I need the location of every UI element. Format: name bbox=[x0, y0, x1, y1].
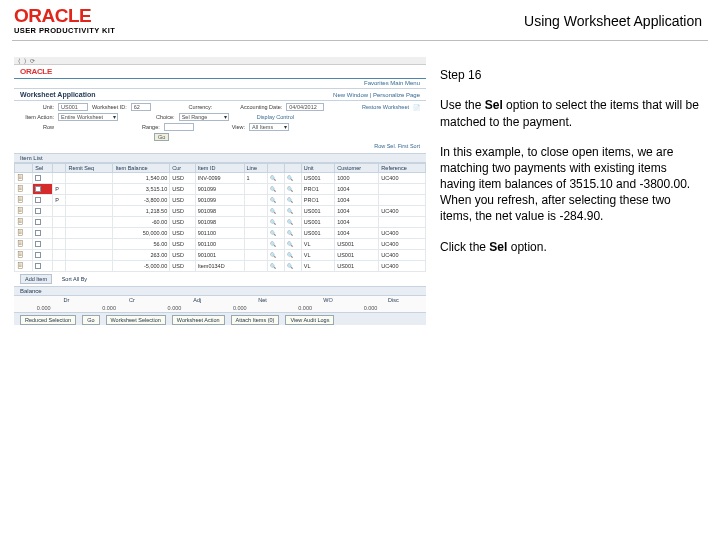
table-cell: USD bbox=[170, 184, 195, 195]
document-icon[interactable] bbox=[17, 251, 24, 258]
sel-checkbox[interactable] bbox=[35, 241, 41, 247]
lookup-icon[interactable]: 🔍 bbox=[270, 241, 276, 247]
lookup-icon[interactable]: 🔍 bbox=[270, 219, 276, 225]
footer-button[interactable]: Go bbox=[82, 315, 99, 325]
display-control-link[interactable]: Display Control bbox=[257, 114, 294, 120]
table-cell: 1004 bbox=[335, 184, 379, 195]
choice-dropdown[interactable]: Sel Range bbox=[179, 113, 229, 121]
table-row: P3,515.10USD901099🔍🔍PRO11004 bbox=[15, 184, 426, 195]
document-icon[interactable] bbox=[17, 218, 24, 225]
table-cell[interactable] bbox=[33, 206, 53, 217]
table-cell: 1004 bbox=[335, 217, 379, 228]
sel-checkbox[interactable] bbox=[35, 175, 41, 181]
footer-button[interactable]: View Audit Logs bbox=[285, 315, 334, 325]
table-cell bbox=[15, 184, 33, 195]
page-header: ORACLE USER PRODUCTIVITY KIT Using Works… bbox=[0, 0, 720, 37]
worksheet-id-label: Worksheet ID: bbox=[92, 104, 127, 110]
lookup-icon[interactable]: 🔍 bbox=[287, 186, 293, 192]
document-icon[interactable] bbox=[17, 229, 24, 236]
lookup-icon[interactable]: 🔍 bbox=[287, 252, 293, 258]
table-cell: USD bbox=[170, 206, 195, 217]
lookup-icon[interactable]: 🔍 bbox=[287, 197, 293, 203]
worksheet-id-field[interactable]: 62 bbox=[131, 103, 151, 111]
table-row: 263.00USD901001🔍🔍VLUS001UC400 bbox=[15, 250, 426, 261]
table-cell[interactable] bbox=[33, 173, 53, 184]
document-icon[interactable] bbox=[17, 262, 24, 269]
lookup-icon[interactable]: 🔍 bbox=[270, 230, 276, 236]
lookup-icon[interactable]: 🔍 bbox=[270, 252, 276, 258]
acctg-date-field[interactable]: 04/04/2012 bbox=[286, 103, 324, 111]
footer-button[interactable]: Reduced Selection bbox=[20, 315, 76, 325]
svg-rect-20 bbox=[18, 230, 22, 236]
table-col-header: Line bbox=[244, 164, 268, 173]
table-cell: 1,218.50 bbox=[113, 206, 170, 217]
filter-form: Unit: US001 Worksheet ID: 62 Currency: A… bbox=[14, 101, 426, 153]
svg-rect-32 bbox=[18, 263, 22, 269]
sel-checkbox[interactable] bbox=[35, 263, 41, 269]
table-cell bbox=[66, 195, 113, 206]
document-icon[interactable] bbox=[17, 174, 24, 181]
table-cell bbox=[15, 239, 33, 250]
sel-checkbox[interactable] bbox=[35, 219, 41, 225]
table-cell[interactable] bbox=[33, 261, 53, 272]
lookup-icon[interactable]: 🔍 bbox=[270, 263, 276, 269]
item-action-dropdown[interactable]: Entire Worksheet bbox=[58, 113, 118, 121]
sel-checkbox[interactable] bbox=[35, 230, 41, 236]
summary-header: Dr bbox=[34, 296, 99, 304]
lookup-icon[interactable]: 🔍 bbox=[287, 208, 293, 214]
add-item-button[interactable]: Add Item bbox=[20, 274, 52, 284]
table-cell[interactable] bbox=[33, 195, 53, 206]
table-cell: 🔍 bbox=[284, 239, 301, 250]
lookup-icon[interactable]: 🔍 bbox=[287, 241, 293, 247]
document-icon[interactable] bbox=[17, 207, 24, 214]
footer-button[interactable]: Worksheet Selection bbox=[106, 315, 166, 325]
document-icon[interactable] bbox=[17, 196, 24, 203]
table-cell bbox=[15, 261, 33, 272]
view-dropdown[interactable]: All Items bbox=[249, 123, 289, 131]
footer-button[interactable]: Attach Items (0) bbox=[231, 315, 280, 325]
lookup-icon[interactable]: 🔍 bbox=[287, 263, 293, 269]
table-cell[interactable] bbox=[33, 250, 53, 261]
sel-checkbox[interactable] bbox=[35, 252, 41, 258]
sel-checkbox[interactable] bbox=[35, 208, 41, 214]
table-cell: 🔍 bbox=[268, 195, 285, 206]
sel-checkbox[interactable] bbox=[35, 186, 41, 192]
unit-field[interactable]: US001 bbox=[58, 103, 88, 111]
table-cell bbox=[66, 250, 113, 261]
document-icon[interactable] bbox=[17, 240, 24, 247]
table-col-header: Remit Seq bbox=[66, 164, 113, 173]
row-action-label: Row bbox=[20, 124, 54, 130]
lookup-icon[interactable]: 🔍 bbox=[287, 175, 293, 181]
table-cell: 901098 bbox=[195, 206, 244, 217]
lookup-icon[interactable]: 🔍 bbox=[270, 186, 276, 192]
table-cell: US001 bbox=[335, 250, 379, 261]
table-row: 56.00USD901100🔍🔍VLUS001UC400 bbox=[15, 239, 426, 250]
table-cell[interactable] bbox=[33, 184, 53, 195]
logo-block: ORACLE USER PRODUCTIVITY KIT bbox=[14, 6, 115, 35]
table-cell: 🔍 bbox=[284, 261, 301, 272]
svg-rect-0 bbox=[18, 175, 22, 181]
row-sort-link[interactable]: Row Sel. First Sort bbox=[374, 143, 420, 149]
lookup-icon[interactable]: 🔍 bbox=[270, 175, 276, 181]
footer-button[interactable]: Worksheet Action bbox=[172, 315, 225, 325]
restore-link[interactable]: Restore Worksheet bbox=[362, 104, 409, 110]
table-cell bbox=[53, 228, 66, 239]
go-button[interactable]: Go bbox=[154, 133, 169, 141]
table-cell[interactable] bbox=[33, 239, 53, 250]
table-cell: 🔍 bbox=[284, 250, 301, 261]
svg-rect-16 bbox=[18, 219, 22, 225]
table-cell bbox=[15, 250, 33, 261]
lookup-icon[interactable]: 🔍 bbox=[270, 208, 276, 214]
range-field[interactable] bbox=[164, 123, 194, 131]
table-cell: 🔍 bbox=[268, 228, 285, 239]
page-actions-link[interactable]: New Window | Personalize Page bbox=[333, 92, 420, 98]
lookup-icon[interactable]: 🔍 bbox=[287, 219, 293, 225]
lookup-icon[interactable]: 🔍 bbox=[270, 197, 276, 203]
document-icon[interactable] bbox=[17, 185, 24, 192]
footer-buttons: Reduced SelectionGoWorksheet SelectionWo… bbox=[14, 312, 426, 325]
lookup-icon[interactable]: 🔍 bbox=[287, 230, 293, 236]
restore-icon[interactable]: 📄 bbox=[413, 104, 420, 111]
table-cell[interactable] bbox=[33, 228, 53, 239]
table-cell[interactable] bbox=[33, 217, 53, 228]
sel-checkbox[interactable] bbox=[35, 197, 41, 203]
